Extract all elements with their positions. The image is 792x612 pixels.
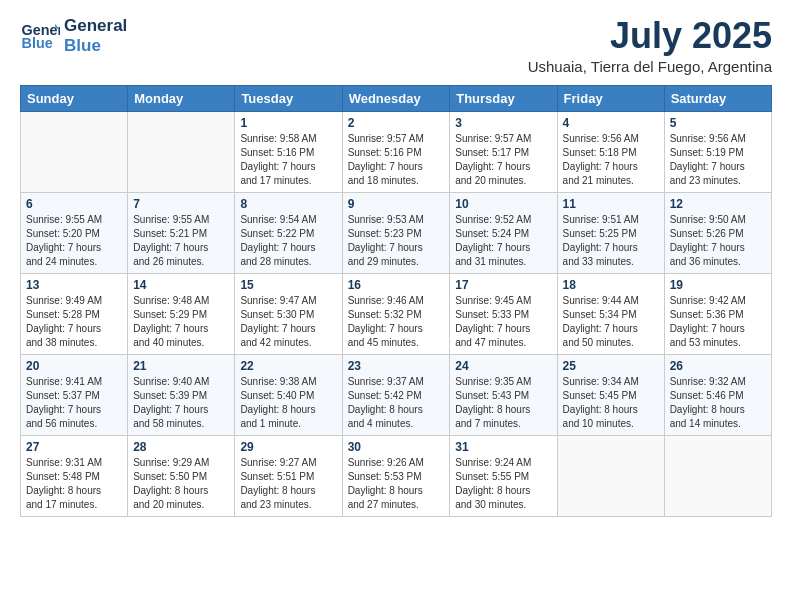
calendar-cell: 3Sunrise: 9:57 AM Sunset: 5:17 PM Daylig… bbox=[450, 111, 557, 192]
location: Ushuaia, Tierra del Fuego, Argentina bbox=[528, 58, 772, 75]
calendar-cell: 10Sunrise: 9:52 AM Sunset: 5:24 PM Dayli… bbox=[450, 192, 557, 273]
day-number: 9 bbox=[348, 197, 445, 211]
day-info: Sunrise: 9:32 AM Sunset: 5:46 PM Dayligh… bbox=[670, 375, 766, 431]
calendar-cell: 6Sunrise: 9:55 AM Sunset: 5:20 PM Daylig… bbox=[21, 192, 128, 273]
day-info: Sunrise: 9:31 AM Sunset: 5:48 PM Dayligh… bbox=[26, 456, 122, 512]
header-tuesday: Tuesday bbox=[235, 85, 342, 111]
day-number: 16 bbox=[348, 278, 445, 292]
day-info: Sunrise: 9:34 AM Sunset: 5:45 PM Dayligh… bbox=[563, 375, 659, 431]
calendar-cell bbox=[557, 435, 664, 516]
calendar-cell: 4Sunrise: 9:56 AM Sunset: 5:18 PM Daylig… bbox=[557, 111, 664, 192]
day-number: 20 bbox=[26, 359, 122, 373]
logo-general-text: General bbox=[64, 16, 127, 36]
svg-text:Blue: Blue bbox=[22, 35, 53, 51]
day-info: Sunrise: 9:56 AM Sunset: 5:18 PM Dayligh… bbox=[563, 132, 659, 188]
day-info: Sunrise: 9:57 AM Sunset: 5:16 PM Dayligh… bbox=[348, 132, 445, 188]
calendar-cell: 16Sunrise: 9:46 AM Sunset: 5:32 PM Dayli… bbox=[342, 273, 450, 354]
calendar-cell: 13Sunrise: 9:49 AM Sunset: 5:28 PM Dayli… bbox=[21, 273, 128, 354]
logo-icon: General Blue bbox=[20, 16, 60, 56]
page: General Blue General Blue July 2025 Ushu… bbox=[0, 0, 792, 612]
calendar-cell bbox=[21, 111, 128, 192]
day-number: 30 bbox=[348, 440, 445, 454]
logo: General Blue General Blue bbox=[20, 16, 127, 56]
day-info: Sunrise: 9:51 AM Sunset: 5:25 PM Dayligh… bbox=[563, 213, 659, 269]
day-number: 3 bbox=[455, 116, 551, 130]
day-info: Sunrise: 9:55 AM Sunset: 5:21 PM Dayligh… bbox=[133, 213, 229, 269]
day-info: Sunrise: 9:40 AM Sunset: 5:39 PM Dayligh… bbox=[133, 375, 229, 431]
day-info: Sunrise: 9:57 AM Sunset: 5:17 PM Dayligh… bbox=[455, 132, 551, 188]
day-number: 29 bbox=[240, 440, 336, 454]
day-info: Sunrise: 9:42 AM Sunset: 5:36 PM Dayligh… bbox=[670, 294, 766, 350]
calendar-cell bbox=[664, 435, 771, 516]
day-number: 22 bbox=[240, 359, 336, 373]
calendar-cell bbox=[128, 111, 235, 192]
calendar-cell: 9Sunrise: 9:53 AM Sunset: 5:23 PM Daylig… bbox=[342, 192, 450, 273]
day-info: Sunrise: 9:35 AM Sunset: 5:43 PM Dayligh… bbox=[455, 375, 551, 431]
day-number: 19 bbox=[670, 278, 766, 292]
day-number: 27 bbox=[26, 440, 122, 454]
day-number: 7 bbox=[133, 197, 229, 211]
calendar-cell: 29Sunrise: 9:27 AM Sunset: 5:51 PM Dayli… bbox=[235, 435, 342, 516]
calendar-cell: 21Sunrise: 9:40 AM Sunset: 5:39 PM Dayli… bbox=[128, 354, 235, 435]
calendar-cell: 2Sunrise: 9:57 AM Sunset: 5:16 PM Daylig… bbox=[342, 111, 450, 192]
day-number: 13 bbox=[26, 278, 122, 292]
calendar-week-0: 1Sunrise: 9:58 AM Sunset: 5:16 PM Daylig… bbox=[21, 111, 772, 192]
weekday-header-row: Sunday Monday Tuesday Wednesday Thursday… bbox=[21, 85, 772, 111]
day-number: 17 bbox=[455, 278, 551, 292]
calendar-week-2: 13Sunrise: 9:49 AM Sunset: 5:28 PM Dayli… bbox=[21, 273, 772, 354]
day-number: 10 bbox=[455, 197, 551, 211]
calendar-cell: 5Sunrise: 9:56 AM Sunset: 5:19 PM Daylig… bbox=[664, 111, 771, 192]
day-info: Sunrise: 9:53 AM Sunset: 5:23 PM Dayligh… bbox=[348, 213, 445, 269]
day-number: 23 bbox=[348, 359, 445, 373]
day-number: 14 bbox=[133, 278, 229, 292]
day-number: 12 bbox=[670, 197, 766, 211]
day-number: 18 bbox=[563, 278, 659, 292]
day-number: 6 bbox=[26, 197, 122, 211]
logo-blue-text: Blue bbox=[64, 36, 127, 56]
day-number: 15 bbox=[240, 278, 336, 292]
calendar-cell: 22Sunrise: 9:38 AM Sunset: 5:40 PM Dayli… bbox=[235, 354, 342, 435]
calendar-cell: 8Sunrise: 9:54 AM Sunset: 5:22 PM Daylig… bbox=[235, 192, 342, 273]
day-number: 28 bbox=[133, 440, 229, 454]
day-info: Sunrise: 9:47 AM Sunset: 5:30 PM Dayligh… bbox=[240, 294, 336, 350]
day-number: 24 bbox=[455, 359, 551, 373]
calendar-cell: 7Sunrise: 9:55 AM Sunset: 5:21 PM Daylig… bbox=[128, 192, 235, 273]
day-info: Sunrise: 9:41 AM Sunset: 5:37 PM Dayligh… bbox=[26, 375, 122, 431]
day-number: 2 bbox=[348, 116, 445, 130]
calendar-cell: 11Sunrise: 9:51 AM Sunset: 5:25 PM Dayli… bbox=[557, 192, 664, 273]
calendar-cell: 25Sunrise: 9:34 AM Sunset: 5:45 PM Dayli… bbox=[557, 354, 664, 435]
header-monday: Monday bbox=[128, 85, 235, 111]
day-info: Sunrise: 9:24 AM Sunset: 5:55 PM Dayligh… bbox=[455, 456, 551, 512]
calendar-cell: 28Sunrise: 9:29 AM Sunset: 5:50 PM Dayli… bbox=[128, 435, 235, 516]
day-info: Sunrise: 9:52 AM Sunset: 5:24 PM Dayligh… bbox=[455, 213, 551, 269]
day-info: Sunrise: 9:37 AM Sunset: 5:42 PM Dayligh… bbox=[348, 375, 445, 431]
calendar-cell: 23Sunrise: 9:37 AM Sunset: 5:42 PM Dayli… bbox=[342, 354, 450, 435]
header-thursday: Thursday bbox=[450, 85, 557, 111]
day-info: Sunrise: 9:26 AM Sunset: 5:53 PM Dayligh… bbox=[348, 456, 445, 512]
day-info: Sunrise: 9:29 AM Sunset: 5:50 PM Dayligh… bbox=[133, 456, 229, 512]
header-friday: Friday bbox=[557, 85, 664, 111]
calendar-cell: 31Sunrise: 9:24 AM Sunset: 5:55 PM Dayli… bbox=[450, 435, 557, 516]
day-info: Sunrise: 9:45 AM Sunset: 5:33 PM Dayligh… bbox=[455, 294, 551, 350]
header-sunday: Sunday bbox=[21, 85, 128, 111]
month-year: July 2025 bbox=[528, 16, 772, 56]
day-number: 5 bbox=[670, 116, 766, 130]
day-info: Sunrise: 9:49 AM Sunset: 5:28 PM Dayligh… bbox=[26, 294, 122, 350]
day-number: 8 bbox=[240, 197, 336, 211]
calendar-cell: 24Sunrise: 9:35 AM Sunset: 5:43 PM Dayli… bbox=[450, 354, 557, 435]
day-info: Sunrise: 9:50 AM Sunset: 5:26 PM Dayligh… bbox=[670, 213, 766, 269]
day-number: 26 bbox=[670, 359, 766, 373]
day-number: 21 bbox=[133, 359, 229, 373]
header-saturday: Saturday bbox=[664, 85, 771, 111]
calendar-cell: 15Sunrise: 9:47 AM Sunset: 5:30 PM Dayli… bbox=[235, 273, 342, 354]
calendar-cell: 26Sunrise: 9:32 AM Sunset: 5:46 PM Dayli… bbox=[664, 354, 771, 435]
title-block: July 2025 Ushuaia, Tierra del Fuego, Arg… bbox=[528, 16, 772, 75]
calendar-week-4: 27Sunrise: 9:31 AM Sunset: 5:48 PM Dayli… bbox=[21, 435, 772, 516]
calendar-cell: 30Sunrise: 9:26 AM Sunset: 5:53 PM Dayli… bbox=[342, 435, 450, 516]
calendar-cell: 14Sunrise: 9:48 AM Sunset: 5:29 PM Dayli… bbox=[128, 273, 235, 354]
day-number: 31 bbox=[455, 440, 551, 454]
calendar-cell: 18Sunrise: 9:44 AM Sunset: 5:34 PM Dayli… bbox=[557, 273, 664, 354]
day-info: Sunrise: 9:46 AM Sunset: 5:32 PM Dayligh… bbox=[348, 294, 445, 350]
day-number: 11 bbox=[563, 197, 659, 211]
calendar-cell: 1Sunrise: 9:58 AM Sunset: 5:16 PM Daylig… bbox=[235, 111, 342, 192]
